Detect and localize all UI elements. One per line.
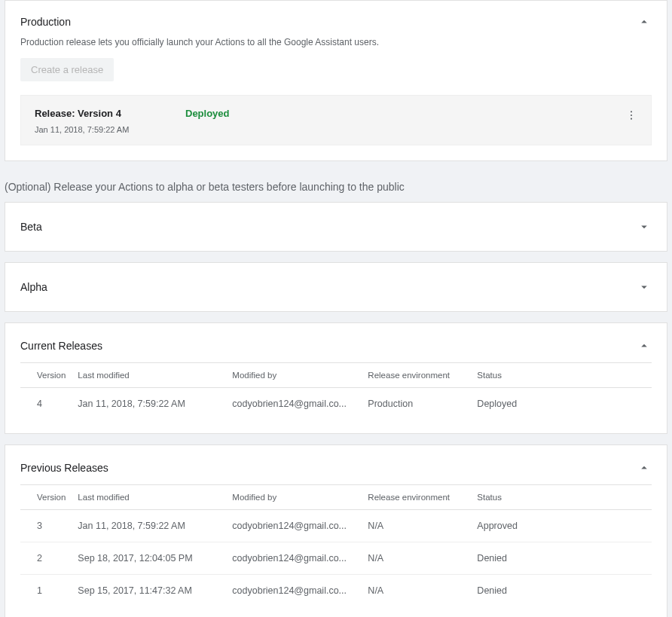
previous-releases-table: Version Last modified Modified by Releas… bbox=[20, 484, 652, 606]
svg-point-1 bbox=[631, 115, 632, 116]
chevron-up-icon[interactable] bbox=[637, 14, 652, 29]
col-modby-header: Modified by bbox=[226, 363, 362, 388]
release-title: Release: Version 4 bbox=[35, 108, 185, 119]
table-row: 4Jan 11, 2018, 7:59:22 AMcodyobrien124@g… bbox=[20, 388, 652, 420]
cell-last-modified: Jan 11, 2018, 7:59:22 AM bbox=[72, 510, 226, 542]
svg-point-2 bbox=[631, 118, 632, 120]
cell-last-modified: Jan 11, 2018, 7:59:22 AM bbox=[72, 388, 226, 420]
beta-title: Beta bbox=[20, 221, 42, 233]
current-releases-card: Current Releases Version Last modified M… bbox=[5, 322, 667, 434]
cell-version: 1 bbox=[20, 575, 72, 607]
cell-version: 3 bbox=[20, 510, 72, 542]
release-timestamp: Jan 11, 2018, 7:59:22 AM bbox=[35, 125, 185, 134]
current-releases-table: Version Last modified Modified by Releas… bbox=[20, 362, 652, 420]
release-summary: Release: Version 4 Jan 11, 2018, 7:59:22… bbox=[20, 95, 652, 145]
cell-environment: Production bbox=[362, 388, 471, 420]
col-env-header: Release environment bbox=[362, 363, 471, 388]
col-env-header: Release environment bbox=[362, 485, 471, 510]
more-options-icon[interactable] bbox=[622, 106, 640, 124]
cell-environment: N/A bbox=[362, 542, 471, 575]
chevron-up-icon[interactable] bbox=[637, 338, 652, 353]
previous-releases-card: Previous Releases Version Last modified … bbox=[5, 444, 667, 617]
cell-status: Denied bbox=[471, 542, 652, 575]
chevron-down-icon[interactable] bbox=[637, 219, 652, 234]
release-status: Deployed bbox=[185, 108, 230, 119]
cell-modified-by: codyobrien124@gmail.co... bbox=[226, 575, 362, 607]
cell-environment: N/A bbox=[362, 510, 471, 542]
col-version-header: Version bbox=[20, 363, 72, 388]
cell-status: Denied bbox=[471, 575, 652, 607]
table-row: 1Sep 15, 2017, 11:47:32 AMcodyobrien124@… bbox=[20, 575, 652, 607]
col-lastmod-header: Last modified bbox=[72, 485, 226, 510]
col-version-header: Version bbox=[20, 485, 72, 510]
cell-environment: N/A bbox=[362, 575, 471, 607]
table-row: 2Sep 18, 2017, 12:04:05 PMcodyobrien124@… bbox=[20, 542, 652, 575]
col-status-header: Status bbox=[471, 363, 652, 388]
cell-modified-by: codyobrien124@gmail.co... bbox=[226, 388, 362, 420]
alpha-card[interactable]: Alpha bbox=[5, 262, 667, 312]
production-title: Production bbox=[20, 16, 71, 28]
beta-card[interactable]: Beta bbox=[5, 202, 667, 252]
production-card: Production Production release lets you o… bbox=[5, 0, 667, 161]
chevron-down-icon[interactable] bbox=[637, 279, 652, 295]
table-row: 3Jan 11, 2018, 7:59:22 AMcodyobrien124@g… bbox=[20, 510, 652, 542]
chevron-up-icon[interactable] bbox=[637, 460, 652, 475]
cell-version: 4 bbox=[20, 388, 72, 420]
cell-last-modified: Sep 15, 2017, 11:47:32 AM bbox=[72, 575, 226, 607]
cell-last-modified: Sep 18, 2017, 12:04:05 PM bbox=[72, 542, 226, 575]
cell-modified-by: codyobrien124@gmail.co... bbox=[226, 542, 362, 575]
cell-version: 2 bbox=[20, 542, 72, 575]
col-lastmod-header: Last modified bbox=[72, 363, 226, 388]
production-subtitle: Production release lets you officially l… bbox=[5, 29, 667, 47]
cell-modified-by: codyobrien124@gmail.co... bbox=[226, 510, 362, 542]
svg-point-0 bbox=[631, 111, 632, 112]
create-release-button: Create a release bbox=[20, 58, 114, 81]
col-modby-header: Modified by bbox=[226, 485, 362, 510]
cell-status: Deployed bbox=[471, 388, 652, 420]
cell-status: Approved bbox=[471, 510, 652, 542]
optional-hint: (Optional) Release your Actions to alpha… bbox=[5, 172, 667, 202]
col-status-header: Status bbox=[471, 485, 652, 510]
alpha-title: Alpha bbox=[20, 281, 47, 293]
previous-releases-title: Previous Releases bbox=[20, 462, 108, 474]
current-releases-title: Current Releases bbox=[20, 340, 102, 352]
